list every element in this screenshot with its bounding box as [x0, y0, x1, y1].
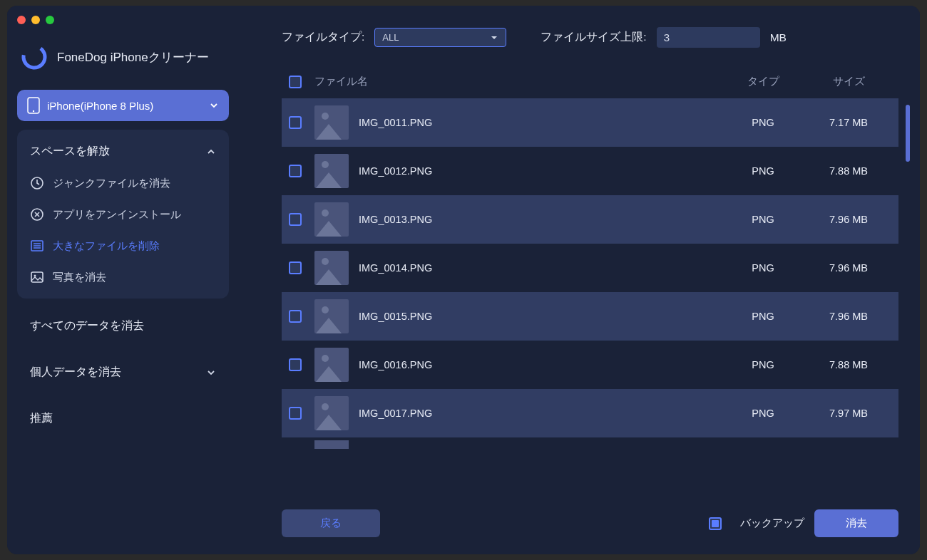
- svg-point-0: [21, 44, 47, 70]
- file-name: IMG_0017.PNG: [359, 408, 720, 419]
- sidebar-item-large-files[interactable]: 大きなファイルを削除: [17, 230, 229, 261]
- table-row[interactable]: IMG_0017.PNGPNG7.97 MB: [282, 389, 898, 437]
- image-thumbnail-icon: [314, 154, 349, 188]
- erase-all-label: すべてのデータを消去: [30, 318, 144, 333]
- chevron-down-icon: [209, 100, 219, 110]
- close-window-button[interactable]: [17, 16, 26, 24]
- image-thumbnail-icon: [314, 440, 349, 449]
- svg-point-2: [33, 110, 34, 112]
- backup-checkbox-label[interactable]: バックアップ: [709, 517, 804, 530]
- header-type: タイプ: [720, 75, 806, 88]
- file-size: 7.88 MB: [806, 359, 891, 370]
- sidebar-item-uninstall[interactable]: アプリをアンインストール: [17, 199, 229, 230]
- file-type: PNG: [720, 408, 806, 419]
- size-limit-input[interactable]: [657, 27, 760, 48]
- table-body: IMG_0011.PNGPNG7.17 MBIMG_0012.PNGPNG7.8…: [282, 98, 898, 489]
- device-label: iPhone(iPhone 8 Plus): [47, 100, 153, 112]
- chevron-up-icon: [206, 147, 216, 157]
- recommend-header[interactable]: 推薦: [17, 400, 229, 437]
- row-checkbox[interactable]: [289, 165, 302, 177]
- maximize-window-button[interactable]: [46, 16, 54, 24]
- row-checkbox[interactable]: [289, 310, 302, 323]
- erase-personal-label: 個人データを消去: [30, 365, 121, 380]
- file-type: PNG: [720, 165, 806, 177]
- table-row[interactable]: IMG_0014.PNGPNG7.96 MB: [282, 244, 898, 292]
- file-name: IMG_0014.PNG: [359, 262, 720, 274]
- row-checkbox[interactable]: [289, 407, 302, 420]
- file-name: IMG_0015.PNG: [359, 311, 720, 322]
- sidebar-item-label: 写真を消去: [53, 271, 106, 284]
- image-thumbnail-icon: [314, 299, 349, 333]
- file-name: IMG_0012.PNG: [359, 165, 720, 177]
- file-table: ファイル名 タイプ サイズ IMG_0011.PNGPNG7.17 MBIMG_…: [282, 65, 898, 489]
- table-row[interactable]: IMG_0011.PNGPNG7.17 MB: [282, 98, 898, 147]
- file-type: PNG: [720, 311, 806, 322]
- file-size: 7.97 MB: [806, 408, 891, 419]
- size-limit-label: ファイルサイズ上限:: [541, 30, 646, 45]
- row-checkbox[interactable]: [289, 213, 302, 226]
- recommend-label: 推薦: [30, 411, 53, 426]
- app-window: FoneDog iPhoneクリーナー iPhone(iPhone 8 Plus…: [7, 6, 920, 554]
- image-icon: [30, 270, 44, 284]
- image-thumbnail-icon: [314, 348, 349, 382]
- svg-rect-6: [31, 272, 43, 282]
- file-type: PNG: [720, 214, 806, 225]
- table-row[interactable]: IMG_0013.PNGPNG7.96 MB: [282, 195, 898, 244]
- erase-personal-header[interactable]: 個人データを消去: [17, 353, 229, 391]
- minimize-window-button[interactable]: [31, 16, 40, 24]
- list-icon: [30, 239, 44, 253]
- dropdown-triangle-icon: [490, 33, 498, 42]
- file-size: 7.96 MB: [806, 214, 891, 225]
- backup-checkbox[interactable]: [709, 517, 722, 530]
- size-unit-label: MB: [770, 31, 787, 44]
- file-name: IMG_0013.PNG: [359, 214, 720, 225]
- device-selector[interactable]: iPhone(iPhone 8 Plus): [17, 90, 229, 121]
- header-filename: ファイル名: [314, 75, 720, 88]
- file-size: 7.96 MB: [806, 311, 891, 322]
- sidebar-item-label: 大きなファイルを削除: [53, 239, 160, 253]
- file-type: PNG: [720, 359, 806, 370]
- sidebar-item-label: ジャンクファイルを消去: [53, 177, 170, 190]
- phone-icon: [27, 97, 40, 114]
- x-circle-icon: [30, 207, 44, 222]
- row-checkbox[interactable]: [289, 261, 302, 274]
- image-thumbnail-icon: [314, 105, 349, 140]
- table-row[interactable]: IMG_0015.PNGPNG7.96 MB: [282, 292, 898, 341]
- app-title: FoneDog iPhoneクリーナー: [57, 49, 209, 66]
- backup-label: バックアップ: [740, 517, 804, 530]
- sidebar: FoneDog iPhoneクリーナー iPhone(iPhone 8 Plus…: [7, 6, 239, 554]
- file-name: IMG_0011.PNG: [359, 117, 720, 128]
- select-all-checkbox[interactable]: [289, 76, 302, 88]
- brand: FoneDog iPhoneクリーナー: [17, 41, 229, 81]
- filetype-label: ファイルタイプ:: [282, 30, 364, 45]
- file-size: 7.17 MB: [806, 117, 891, 128]
- chevron-down-icon: [206, 368, 216, 378]
- scrollbar-thumb[interactable]: [906, 105, 910, 162]
- window-controls: [17, 16, 54, 24]
- image-thumbnail-icon: [314, 202, 349, 237]
- file-name: IMG_0016.PNG: [359, 359, 720, 370]
- file-size: 7.96 MB: [806, 262, 891, 274]
- row-checkbox[interactable]: [289, 116, 302, 129]
- app-logo-icon: [21, 44, 47, 70]
- image-thumbnail-icon: [314, 251, 349, 285]
- file-size: 7.88 MB: [806, 165, 891, 177]
- header-size: サイズ: [806, 75, 891, 88]
- table-row[interactable]: IMG_0012.PNGPNG7.88 MB: [282, 147, 898, 195]
- sidebar-item-junk[interactable]: ジャンクファイルを消去: [17, 167, 229, 199]
- table-row-partial: [282, 437, 898, 450]
- erase-all-header[interactable]: すべてのデータを消去: [17, 307, 229, 345]
- erase-button[interactable]: 消去: [814, 509, 898, 537]
- free-space-label: スペースを解放: [30, 144, 110, 159]
- filetype-select[interactable]: ALL: [374, 28, 506, 47]
- main-content: ファイルタイプ: ALL ファイルサイズ上限: MB ファイル名 タイプ サイズ…: [239, 6, 920, 554]
- free-space-panel: スペースを解放 ジャンクファイルを消去 アプリをアンインストール: [17, 130, 229, 299]
- back-button[interactable]: 戻る: [282, 509, 380, 537]
- filter-bar: ファイルタイプ: ALL ファイルサイズ上限: MB: [282, 27, 898, 48]
- free-space-header[interactable]: スペースを解放: [17, 135, 229, 167]
- footer-bar: 戻る バックアップ 消去: [282, 489, 898, 537]
- sidebar-item-photos[interactable]: 写真を消去: [17, 261, 229, 293]
- row-checkbox[interactable]: [289, 358, 302, 371]
- file-type: PNG: [720, 117, 806, 128]
- table-row[interactable]: IMG_0016.PNGPNG7.88 MB: [282, 341, 898, 389]
